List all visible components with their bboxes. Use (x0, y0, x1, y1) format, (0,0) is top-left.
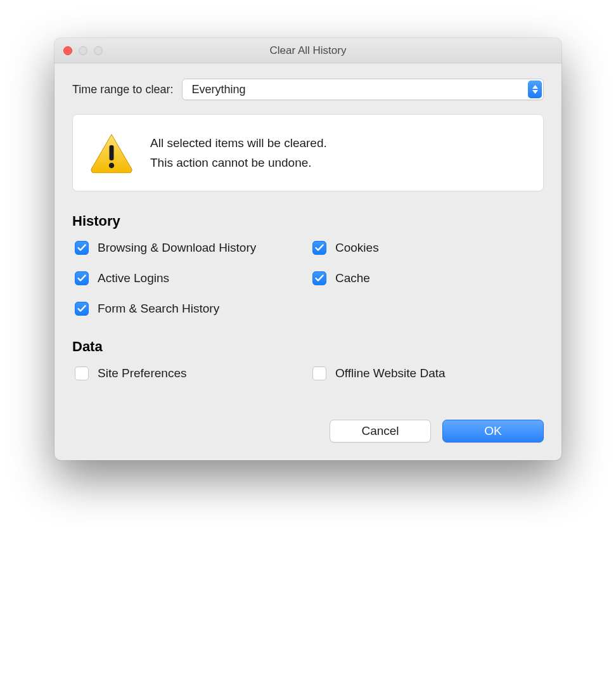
svg-rect-0 (110, 145, 114, 160)
minimize-window-button (79, 46, 87, 55)
time-range-select[interactable]: Everything (182, 79, 544, 100)
checkbox-label: Form & Search History (98, 302, 219, 316)
cancel-button[interactable]: Cancel (330, 420, 431, 442)
time-range-label: Time range to clear: (72, 83, 173, 96)
checkbox-offline-website-data[interactable]: Offline Website Data (312, 366, 544, 380)
warning-box: All selected items will be cleared. This… (72, 114, 544, 191)
checkbox-label: Browsing & Download History (98, 241, 256, 255)
checkbox-label: Cache (335, 271, 370, 285)
checkbox-site-preferences[interactable]: Site Preferences (75, 366, 306, 380)
checkbox-label: Offline Website Data (335, 366, 446, 380)
history-checkboxes: Browsing & Download History Cookies Acti… (72, 241, 544, 316)
zoom-window-button (94, 46, 103, 55)
data-checkboxes: Site Preferences Offline Website Data (72, 366, 544, 380)
warning-icon (89, 132, 134, 173)
checkbox-form-search-history[interactable]: Form & Search History (75, 302, 306, 316)
dialog-window: Clear All History Time range to clear: E… (55, 38, 561, 460)
history-section-heading: History (72, 213, 544, 229)
checkbox-box (312, 366, 326, 380)
checkbox-cookies[interactable]: Cookies (312, 241, 544, 255)
warning-line-2: This action cannot be undone. (150, 153, 327, 172)
checkbox-box (75, 366, 89, 380)
close-window-button[interactable] (63, 46, 72, 55)
select-stepper-icon (528, 81, 542, 98)
checkbox-box (75, 302, 89, 316)
checkbox-box (75, 241, 89, 255)
checkbox-browsing-download-history[interactable]: Browsing & Download History (75, 241, 306, 255)
checkbox-box (75, 271, 89, 285)
time-range-row: Time range to clear: Everything (72, 79, 544, 100)
warning-text: All selected items will be cleared. This… (150, 133, 327, 173)
svg-point-1 (109, 163, 114, 168)
traffic-lights (55, 46, 103, 55)
time-range-value: Everything (183, 83, 245, 96)
dialog-content: Time range to clear: Everything (55, 63, 561, 460)
checkbox-box (312, 241, 326, 255)
checkbox-box (312, 271, 326, 285)
checkbox-label: Active Logins (98, 271, 169, 285)
window-title: Clear All History (55, 44, 561, 57)
checkbox-label: Cookies (335, 241, 379, 255)
ok-button[interactable]: OK (442, 420, 544, 442)
titlebar: Clear All History (55, 38, 561, 63)
checkbox-cache[interactable]: Cache (312, 271, 544, 285)
checkbox-label: Site Preferences (98, 366, 186, 380)
checkbox-active-logins[interactable]: Active Logins (75, 271, 306, 285)
data-section-heading: Data (72, 339, 544, 355)
dialog-footer: Cancel OK (72, 420, 544, 442)
warning-line-1: All selected items will be cleared. (150, 133, 327, 153)
